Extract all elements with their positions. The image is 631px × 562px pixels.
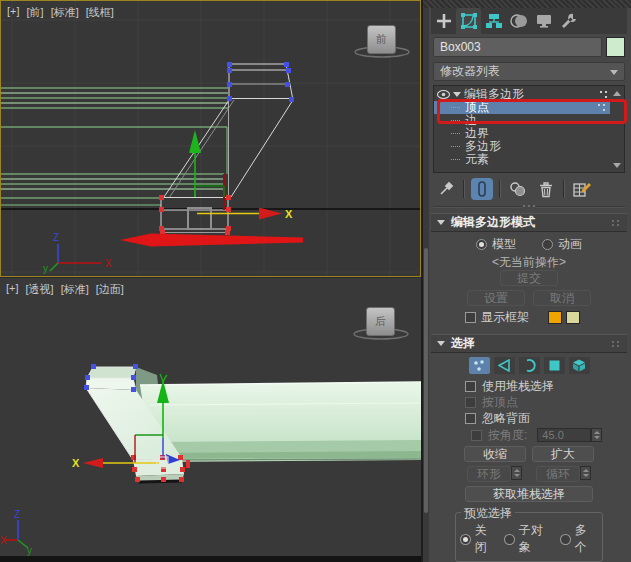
viewcube[interactable]: 后 bbox=[366, 307, 395, 336]
rollout-title: 编辑多边形模式 bbox=[451, 214, 535, 231]
cancel-button[interactable]: 取消 bbox=[533, 290, 591, 306]
shrink-button[interactable]: 收缩 bbox=[464, 446, 526, 462]
stack-item-vertex[interactable]: 顶点 bbox=[434, 101, 610, 114]
rollout-caret-icon bbox=[437, 341, 445, 346]
object-color-swatch[interactable] bbox=[606, 37, 625, 57]
by-vertex-checkbox[interactable] bbox=[465, 397, 476, 408]
viewport-view-button[interactable]: [透视] bbox=[26, 282, 54, 297]
current-operation-label: <无当前操作> bbox=[431, 254, 627, 268]
viewport-shading-button[interactable]: [边面] bbox=[96, 282, 124, 297]
stack-scroll-down-button[interactable] bbox=[611, 159, 623, 171]
show-end-result-button[interactable] bbox=[471, 178, 493, 200]
modifier-list-label: 修改器列表 bbox=[440, 64, 500, 78]
get-stack-selection-button[interactable]: 获取堆栈选择 bbox=[465, 486, 593, 502]
viewport-perspective[interactable]: [+] [透视] [标准] [边面] bbox=[0, 278, 421, 556]
viewcube[interactable]: 前 bbox=[367, 25, 396, 54]
radio-model[interactable]: 模型 bbox=[476, 236, 516, 253]
tab-motion[interactable] bbox=[506, 8, 531, 34]
tab-hierarchy[interactable] bbox=[481, 8, 506, 34]
show-cage-checkbox[interactable] bbox=[465, 312, 476, 323]
ring-spinner[interactable] bbox=[511, 466, 522, 480]
shaded-model bbox=[86, 367, 421, 482]
eye-icon[interactable] bbox=[437, 90, 450, 99]
pin-stack-button[interactable] bbox=[435, 178, 457, 200]
ignore-backfacing-checkbox[interactable] bbox=[465, 413, 476, 424]
stack-item-border[interactable]: 边界 bbox=[434, 127, 624, 140]
viewport-front[interactable]: [+] [前] [标准] [线框] bbox=[0, 0, 421, 277]
tab-display[interactable] bbox=[531, 8, 556, 34]
stack-item-edit-poly[interactable]: 编辑多边形 bbox=[434, 88, 624, 101]
remove-modifier-button[interactable] bbox=[535, 178, 557, 200]
stack-item-edge[interactable]: 边 bbox=[434, 114, 624, 127]
preview-multiple-label: 多个 bbox=[575, 522, 598, 556]
tab-modify[interactable] bbox=[456, 8, 481, 34]
viewport-menu-button[interactable]: [+] bbox=[6, 282, 19, 297]
expand-caret-icon[interactable] bbox=[453, 92, 461, 97]
viewport-menu-button[interactable]: [+] bbox=[7, 5, 20, 20]
edge-icon bbox=[498, 359, 511, 372]
angle-value-field[interactable]: 45.0 bbox=[537, 428, 591, 442]
by-angle-checkbox[interactable] bbox=[471, 430, 482, 441]
world-axis-tripod: Z X y bbox=[0, 509, 32, 556]
viewport-view-button[interactable]: [前] bbox=[27, 5, 44, 20]
toolbar-separator bbox=[463, 180, 465, 198]
world-axis-tripod: Z X y bbox=[43, 232, 112, 274]
perspective-viewport-canvas[interactable]: X Z X y bbox=[0, 278, 421, 556]
toolbar-separator bbox=[499, 180, 501, 198]
stack-scroll-up-button[interactable] bbox=[611, 87, 623, 99]
subobject-dots-icon bbox=[599, 90, 608, 99]
viewport-render-button[interactable]: [标准] bbox=[61, 282, 89, 297]
element-mode-button[interactable] bbox=[569, 357, 590, 374]
gizmo-x-axis-label: X bbox=[285, 208, 293, 220]
panel-scroll-thumb[interactable] bbox=[424, 248, 428, 513]
max-application-window: [+] [前] [标准] [线框] bbox=[0, 0, 631, 562]
make-unique-button[interactable] bbox=[507, 178, 529, 200]
stack-item-polygon[interactable]: 多边形 bbox=[434, 140, 624, 153]
rollout-grip-icon bbox=[611, 340, 621, 348]
rollout-title: 选择 bbox=[451, 335, 475, 352]
panel-divider[interactable] bbox=[431, 204, 627, 210]
tab-utilities[interactable] bbox=[556, 8, 581, 34]
pin-icon bbox=[438, 181, 454, 197]
vertex-mode-button[interactable] bbox=[469, 357, 490, 374]
panel-scrollbar[interactable] bbox=[423, 8, 429, 562]
unselected-vertices[interactable] bbox=[227, 62, 294, 102]
settings-button[interactable]: 设置 bbox=[467, 290, 525, 306]
trash-icon bbox=[538, 181, 554, 198]
front-viewport-canvas[interactable]: X Z X y bbox=[1, 1, 420, 276]
show-cage-label: 显示框架 bbox=[481, 309, 529, 326]
radio-animate[interactable]: 动画 bbox=[542, 236, 582, 253]
rollout-caret-icon bbox=[437, 220, 445, 225]
object-name-field[interactable]: Box003 bbox=[433, 37, 602, 57]
cage-selected-color-swatch[interactable] bbox=[566, 311, 580, 324]
polygon-mode-button[interactable] bbox=[544, 357, 565, 374]
tab-create[interactable] bbox=[431, 8, 456, 34]
tree-connector bbox=[451, 159, 460, 160]
tripod-y-label: y bbox=[27, 545, 32, 556]
viewport-render-button[interactable]: [标准] bbox=[51, 5, 79, 20]
loop-button[interactable]: 循环 bbox=[536, 466, 580, 482]
preview-multiple-radio[interactable]: 多个 bbox=[560, 522, 598, 556]
stack-item-element[interactable]: 元素 bbox=[434, 153, 624, 166]
loop-spinner[interactable] bbox=[580, 466, 591, 480]
grow-button[interactable]: 扩大 bbox=[532, 446, 594, 462]
stack-toolbar bbox=[431, 177, 627, 201]
preview-subobject-radio[interactable]: 子对象 bbox=[504, 522, 554, 556]
show-end-result-icon bbox=[476, 181, 488, 197]
viewport-shading-button[interactable]: [线框] bbox=[86, 5, 114, 20]
radio-dot-icon bbox=[542, 239, 553, 250]
preview-off-radio[interactable]: 关闭 bbox=[460, 522, 498, 556]
ring-button[interactable]: 环形 bbox=[467, 466, 511, 482]
commit-button[interactable]: 提交 bbox=[500, 270, 558, 286]
use-stack-selection-checkbox[interactable] bbox=[465, 381, 476, 392]
rollout-selection-header[interactable]: 选择 bbox=[431, 334, 627, 353]
tripod-z-label: Z bbox=[14, 509, 20, 520]
tree-connector bbox=[451, 146, 460, 147]
border-mode-button[interactable] bbox=[519, 357, 540, 374]
angle-spinner[interactable] bbox=[591, 428, 602, 442]
edge-mode-button[interactable] bbox=[494, 357, 515, 374]
cage-color-swatch[interactable] bbox=[548, 311, 562, 324]
modifier-list-dropdown[interactable]: 修改器列表 bbox=[433, 62, 625, 81]
configure-modifier-sets-button[interactable] bbox=[571, 178, 593, 200]
rollout-edit-poly-mode-header[interactable]: 编辑多边形模式 bbox=[431, 213, 627, 232]
